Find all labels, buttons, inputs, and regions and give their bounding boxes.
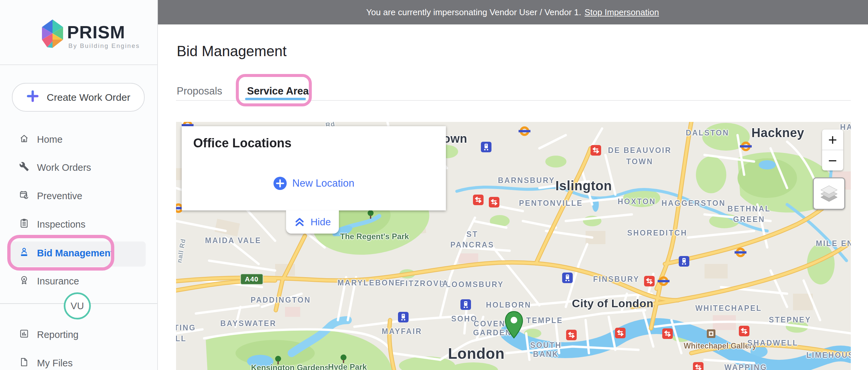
- tabs-divider: [176, 100, 851, 101]
- map-label: FITZROVIA: [400, 279, 449, 288]
- tab-service-area[interactable]: Service Area: [247, 85, 309, 97]
- map-canvas[interactable]: ownRdDALSTONHackneyHADE BEAUVOIRTOWNBARN…: [176, 122, 851, 370]
- map-label: FINSBURY: [593, 275, 640, 284]
- bar-chart-icon: [19, 329, 29, 341]
- rail-icon: [566, 330, 577, 340]
- sidebar-item-label: Work Orders: [37, 162, 91, 173]
- bluestn-icon: [481, 142, 492, 152]
- map-label: City of London: [572, 297, 654, 310]
- map-label: WAPPING: [724, 363, 767, 370]
- bluestn-icon: [562, 273, 573, 283]
- sidebar-item-label: Home: [37, 134, 62, 145]
- sidebar-item-work-orders[interactable]: Work Orders: [19, 157, 91, 178]
- map-label: TOWN: [626, 157, 653, 166]
- map-label: London: [448, 345, 505, 362]
- page-title: Bid Management: [177, 43, 287, 59]
- sidebar-item-preventive[interactable]: Preventive: [19, 186, 82, 206]
- map-label: DALSTON: [686, 128, 729, 137]
- map-label: Islington: [555, 178, 612, 193]
- map-label: Hackney: [751, 126, 804, 140]
- double-chevron-up-icon: [294, 216, 305, 227]
- sidebar-item-reporting[interactable]: Reporting: [19, 325, 79, 345]
- map-label: SHADWELL: [747, 339, 798, 347]
- map-label: SOUTH: [530, 341, 562, 350]
- clipboard-icon: [19, 218, 29, 230]
- calendar-repeat-icon: [19, 190, 29, 202]
- office-location-marker[interactable]: [505, 311, 523, 339]
- impersonation-text: You are currently impersonating Vendor U…: [366, 7, 581, 18]
- roundel-icon: [734, 247, 747, 258]
- stop-impersonation-link[interactable]: Stop Impersonation: [585, 7, 659, 18]
- rail-icon: [693, 362, 704, 370]
- home-icon: [19, 133, 29, 146]
- map-label: SHOREDITCH: [627, 228, 687, 238]
- map-label: BAYSWATER: [220, 319, 276, 328]
- sidebar-item-label: Insurance: [37, 276, 79, 287]
- tab-proposals[interactable]: Proposals: [177, 85, 222, 97]
- logo: PRISM By Building Engines: [0, 0, 157, 65]
- brand-name: PRISM: [67, 22, 125, 42]
- map-label: DE BEAUVOIR: [608, 146, 672, 155]
- map-label: MAYFAIR: [382, 327, 422, 336]
- rail-icon: [739, 326, 749, 336]
- rail-icon: [644, 276, 655, 286]
- roundel-icon: [657, 276, 670, 286]
- roundel-icon: [518, 126, 531, 136]
- map-zoom-control: + −: [822, 129, 843, 171]
- hide-panel-button[interactable]: Hide: [286, 210, 339, 234]
- sidebar-item-inspections[interactable]: Inspections: [19, 214, 86, 235]
- sidebar-item-bid-management[interactable]: Bid Management: [19, 243, 114, 263]
- new-location-label: New Location: [292, 177, 354, 189]
- bluestn-icon: [460, 299, 471, 310]
- rail-icon: [615, 328, 626, 338]
- tree-icon: [339, 354, 348, 364]
- map-label: own: [443, 132, 467, 146]
- rail-icon: [489, 197, 499, 208]
- map-label: BLOOMSBURY: [439, 280, 504, 289]
- map-label: PANCRAS: [450, 241, 494, 249]
- office-locations-panel: Office Locations New Location: [182, 126, 446, 210]
- ribbon-badge-icon: [19, 275, 29, 287]
- roundel-icon: [740, 141, 752, 152]
- map-layers-button[interactable]: [813, 177, 845, 210]
- map-label: ST: [466, 230, 478, 239]
- rail-icon: [591, 145, 601, 156]
- brand-tagline: By Building Engines: [68, 42, 140, 50]
- sidebar-item-label: Bid Management: [37, 248, 114, 259]
- hide-label: Hide: [310, 216, 331, 227]
- sidebar-item-label: Reporting: [37, 329, 79, 340]
- map-label: MARYLEBONE: [338, 278, 401, 287]
- map-label: BARNSBURY: [498, 176, 555, 185]
- map-label: STEPNEY: [769, 315, 811, 325]
- create-work-order-label: Create Work Order: [47, 92, 130, 103]
- map-label: BETHNAL: [727, 205, 771, 213]
- create-work-order-button[interactable]: Create Work Order: [12, 83, 145, 112]
- sidebar-item-label: Preventive: [37, 191, 82, 202]
- new-location-button[interactable]: New Location: [182, 177, 446, 190]
- map-label: LL: [176, 334, 187, 343]
- impersonation-banner: You are currently impersonating Vendor U…: [157, 0, 868, 25]
- tree-icon: [274, 355, 283, 366]
- map-label: Kensington Gardens: [251, 363, 329, 370]
- sidebar-item-label: My Files: [37, 358, 73, 369]
- plus-circle-icon: [273, 177, 287, 190]
- prism-logo-icon: [39, 18, 66, 51]
- map-label: The Regent's Park: [340, 232, 409, 241]
- map-label: HOLBORN: [486, 301, 531, 310]
- layers-icon: [819, 184, 839, 203]
- zoom-in-button[interactable]: +: [822, 129, 843, 150]
- sidebar-item-home[interactable]: Home: [19, 129, 62, 150]
- avatar[interactable]: VU: [64, 292, 91, 319]
- active-tab-indicator: [245, 98, 306, 100]
- sidebar-item-insurance[interactable]: Insurance: [19, 271, 79, 291]
- gallery-icon: [707, 329, 715, 338]
- plus-icon: [26, 90, 39, 105]
- bluestn-icon: [398, 312, 409, 322]
- sidebar-item-my-files[interactable]: My Files: [19, 353, 73, 370]
- zoom-out-button[interactable]: −: [822, 150, 843, 171]
- map-label: HAGGERSTON: [661, 199, 726, 208]
- map-label: BANK: [533, 350, 559, 359]
- avatar-initials: VU: [71, 301, 84, 311]
- map-label: A40: [240, 274, 263, 285]
- map-label: TEMPLE: [526, 316, 563, 325]
